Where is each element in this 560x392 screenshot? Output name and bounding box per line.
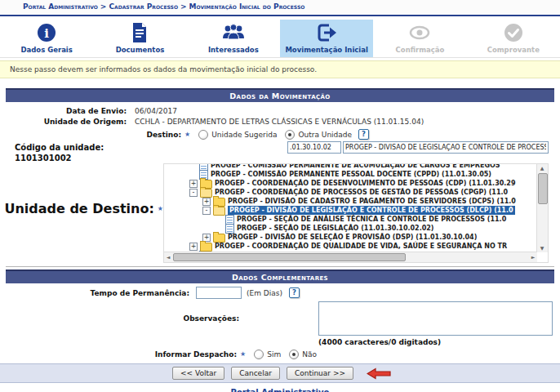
- tree-node-label[interactable]: PROGEP - COMISSÃO PERMANENTE PESSOAL DOC…: [211, 170, 491, 179]
- tab-label: Movimentação Inicial: [280, 46, 373, 54]
- tempo-permanencia-input[interactable]: [196, 287, 242, 299]
- eye-icon: [373, 22, 466, 46]
- tree-node-label[interactable]: PROGEP - COORDENAÇÃO DE QUALIDADE DE VID…: [215, 242, 507, 251]
- tree-horizontal-scrollbar[interactable]: ◄ ►: [164, 252, 537, 262]
- expand-icon[interactable]: +: [202, 234, 211, 242]
- portal-administrativo-link[interactable]: Portal Administrativo: [0, 388, 560, 392]
- despacho-radio[interactable]: [254, 350, 264, 359]
- tree-node[interactable]: +PROGEP - COORDENAÇÃO DE DESENVOLVIMENTO…: [165, 179, 536, 188]
- tree-node[interactable]: PROGEP - COMISSÃO PERMANENTE PESSOAL DOC…: [165, 170, 536, 179]
- help-icon[interactable]: ?: [358, 129, 369, 140]
- tree-vertical-scrollbar[interactable]: ▲ ▼: [536, 164, 548, 252]
- scroll-down-icon[interactable]: ▼: [537, 244, 547, 252]
- destino-radio-label[interactable]: Unidade Sugerida: [211, 131, 277, 139]
- tree-node[interactable]: -PROGEP - COORDENAÇÃO DE PROCESSOS DE GE…: [165, 188, 536, 197]
- unidade-origem-row: Unidade de Origem: CCHLA - DEPARTAMENTO …: [0, 116, 560, 127]
- unit-tree-content: PROGEP - COMISSÃO PERMANENTE DE ACUMULAÇ…: [165, 164, 536, 252]
- expand-icon[interactable]: +: [189, 180, 198, 188]
- despacho-radio-label[interactable]: Não: [302, 350, 317, 359]
- tree-node-label[interactable]: PROGEP - SEÇÃO DE LEGISLAÇÃO (11.01.30.1…: [237, 224, 433, 233]
- informar-despacho-row: Informar Despacho: ★ SimNão: [0, 349, 560, 359]
- svg-text:i: i: [44, 26, 49, 41]
- movement-section-title: Dados da Movimentação: [229, 91, 330, 100]
- tree-node[interactable]: -PROGEP - DIVISÃO DE LEGISLAÇÃO E CONTRO…: [165, 206, 536, 215]
- leaf-icon: [225, 224, 234, 234]
- collapse-icon[interactable]: -: [202, 207, 211, 215]
- data-envio-label: Data de Envio:: [0, 107, 127, 115]
- data-envio-row: Data de Envio: 06/04/2017: [0, 105, 560, 116]
- tab-dados-gerais[interactable]: iDados Gerais: [0, 20, 93, 57]
- tab-movimentacao-inicial[interactable]: Movimentação Inicial: [280, 20, 373, 57]
- unit-tree: PROGEP - COMISSÃO PERMANENTE DE ACUMULAÇ…: [163, 163, 549, 263]
- destino-radio[interactable]: [285, 130, 295, 140]
- unidade-origem-value: CCHLA - DEPARTAMENTO DE LETRAS CLÁSSICAS…: [135, 118, 424, 126]
- tree-node-label[interactable]: PROGEP - SEÇÃO DE ANÁLISE TÉCNICA E CONT…: [237, 215, 506, 224]
- tree-node-label[interactable]: PROGEP - DIVISÃO DE CADASTRO E PAGAMENTO…: [228, 197, 516, 206]
- tree-node[interactable]: PROGEP - COMISSÃO PERMANENTE DE ACUMULAÇ…: [165, 164, 536, 170]
- tab-interessados[interactable]: Interessados: [187, 20, 280, 57]
- collapse-icon[interactable]: -: [189, 189, 198, 197]
- scroll-left-icon[interactable]: ◄: [164, 253, 172, 261]
- expand-icon[interactable]: +: [189, 243, 198, 251]
- check-icon: [467, 22, 560, 46]
- complementary-section-header: Dados Complementares: [6, 270, 554, 283]
- required-star-icon: ★: [184, 131, 190, 138]
- tab-label: Confirmação: [373, 46, 466, 54]
- tree-node-label[interactable]: PROGEP - DIVISÃO DE LEGISLAÇÃO E CONTROL…: [228, 206, 515, 215]
- tempo-permanencia-label: Tempo de Permanência:: [0, 289, 189, 297]
- codigo-value: 1101301002: [15, 153, 287, 163]
- info-message: Nesse passo devem ser informados os dado…: [0, 60, 560, 78]
- tab-documentos[interactable]: Documentos: [93, 20, 186, 57]
- unidade-origem-label: Unidade de Origem:: [0, 118, 127, 126]
- breadcrumb-item[interactable]: Movimentação Inicial do Processo: [189, 2, 305, 11]
- tab-label: Documentos: [93, 46, 186, 54]
- tree-node-label[interactable]: PROGEP - DIVISÃO DE SELEÇÃO E PROVISÃO (…: [228, 233, 477, 242]
- complementary-section-title: Dados Complementares: [232, 273, 328, 282]
- movement-form: Data de Envio: 06/04/2017 Unidade de Ori…: [0, 102, 560, 263]
- unit-autocomplete-input[interactable]: [343, 141, 549, 154]
- help-icon[interactable]: ?: [289, 287, 300, 298]
- people-icon: [187, 22, 280, 46]
- folder-open-icon: [200, 189, 212, 198]
- scroll-right-icon[interactable]: ►: [529, 253, 537, 261]
- tree-node-label[interactable]: PROGEP - COORDENAÇÃO DE DESENVOLVIMENTO …: [215, 179, 515, 188]
- tree-node-label[interactable]: PROGEP - COORDENAÇÃO DE PROCESSOS DE GES…: [215, 188, 508, 197]
- horizontal-scroll-thumb[interactable]: [173, 253, 406, 261]
- tab-comprovante: Comprovante: [467, 20, 560, 57]
- info-icon: i: [0, 22, 93, 46]
- tree-node[interactable]: +PROGEP - DIVISÃO DE SELEÇÃO E PROVISÃO …: [165, 233, 536, 242]
- codigo-label: Código da unidade:: [15, 142, 287, 153]
- unit-code-input[interactable]: [287, 141, 341, 154]
- scroll-up-icon[interactable]: ▲: [537, 164, 547, 172]
- tree-node[interactable]: PROGEP - SEÇÃO DE LEGISLAÇÃO (11.01.30.1…: [165, 224, 536, 233]
- expand-icon[interactable]: +: [202, 198, 211, 206]
- required-star-icon: ★: [158, 205, 163, 212]
- despacho-radio[interactable]: [289, 350, 299, 359]
- tree-node[interactable]: PROGEP - SEÇÃO DE ANÁLISE TÉCNICA E CONT…: [165, 215, 536, 224]
- cancelar-button[interactable]: Cancelar: [231, 367, 280, 380]
- destino-radio-label[interactable]: Outra Unidade: [298, 131, 352, 139]
- codigo-label-block: Código da unidade: 1101301002: [0, 141, 287, 163]
- folder-closed-icon: [213, 234, 225, 243]
- vertical-scroll-thumb[interactable]: [538, 173, 548, 204]
- tempo-row: Tempo de Permanência: (Em Dias) ?: [0, 287, 560, 299]
- continuar-button[interactable]: Continuar >>: [287, 367, 353, 380]
- breadcrumb: Portal Administrativo>Cadastrar Processo…: [0, 0, 560, 16]
- breadcrumb-item[interactable]: Cadastrar Processo: [109, 2, 178, 11]
- tree-node[interactable]: +PROGEP - COORDENAÇÃO DE QUALIDADE DE VI…: [165, 242, 536, 251]
- tab-confirmacao: Confirmação: [373, 20, 466, 57]
- despacho-radio-label[interactable]: Sim: [267, 350, 281, 359]
- breadcrumb-separator: >: [98, 2, 109, 11]
- unidade-destino-row: Unidade de Destino: ★ PROGEP - COMISSÃO …: [0, 163, 560, 263]
- movement-section-header: Dados da Movimentação: [6, 88, 554, 102]
- informar-despacho-label: Informar Despacho:: [0, 350, 237, 359]
- tree-node[interactable]: +PROGEP - DIVISÃO DE CADASTRO E PAGAMENT…: [165, 197, 536, 206]
- destino-radio[interactable]: [198, 130, 208, 140]
- tab-label: Interessados: [187, 46, 280, 54]
- observations-textarea[interactable]: [318, 301, 553, 336]
- observacoes-label: Observações:: [0, 314, 239, 323]
- tree-node-label[interactable]: PROGEP - COMISSÃO PERMANENTE DE ACUMULAÇ…: [211, 164, 500, 170]
- voltar-button[interactable]: << Voltar: [172, 367, 224, 380]
- red-arrow-icon: [367, 368, 391, 380]
- breadcrumb-item[interactable]: Portal Administrativo: [23, 2, 98, 11]
